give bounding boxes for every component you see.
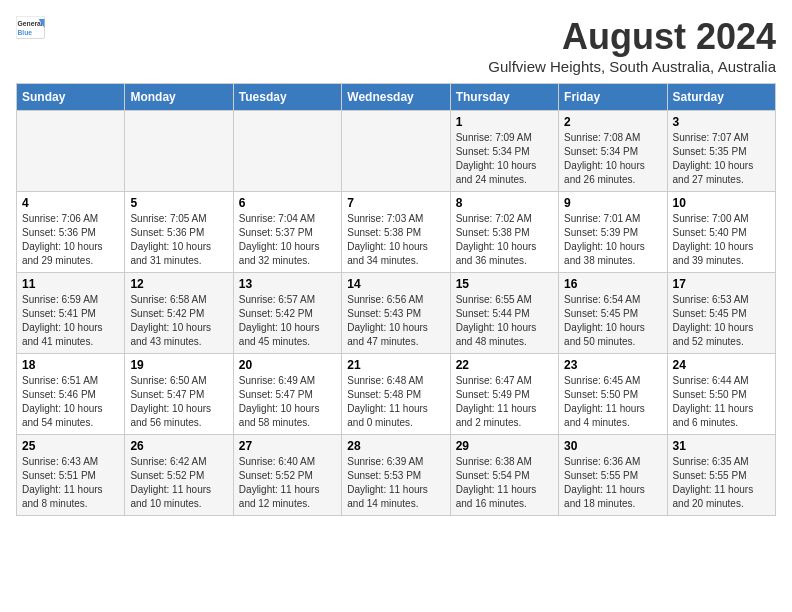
calendar-cell: 14Sunrise: 6:56 AM Sunset: 5:43 PM Dayli… [342,273,450,354]
day-number: 30 [564,439,661,453]
day-number: 15 [456,277,553,291]
day-info: Sunrise: 6:51 AM Sunset: 5:46 PM Dayligh… [22,374,119,430]
day-number: 27 [239,439,336,453]
day-info: Sunrise: 6:49 AM Sunset: 5:47 PM Dayligh… [239,374,336,430]
day-header-saturday: Saturday [667,84,775,111]
day-number: 26 [130,439,227,453]
day-info: Sunrise: 7:00 AM Sunset: 5:40 PM Dayligh… [673,212,770,268]
day-info: Sunrise: 7:06 AM Sunset: 5:36 PM Dayligh… [22,212,119,268]
day-number: 21 [347,358,444,372]
day-number: 2 [564,115,661,129]
day-info: Sunrise: 6:38 AM Sunset: 5:54 PM Dayligh… [456,455,553,511]
day-number: 8 [456,196,553,210]
day-number: 10 [673,196,770,210]
calendar-cell: 17Sunrise: 6:53 AM Sunset: 5:45 PM Dayli… [667,273,775,354]
day-header-friday: Friday [559,84,667,111]
calendar-cell: 20Sunrise: 6:49 AM Sunset: 5:47 PM Dayli… [233,354,341,435]
calendar-cell: 30Sunrise: 6:36 AM Sunset: 5:55 PM Dayli… [559,435,667,516]
calendar-week-1: 1Sunrise: 7:09 AM Sunset: 5:34 PM Daylig… [17,111,776,192]
day-info: Sunrise: 6:56 AM Sunset: 5:43 PM Dayligh… [347,293,444,349]
subtitle: Gulfview Heights, South Australia, Austr… [488,58,776,75]
day-info: Sunrise: 6:45 AM Sunset: 5:50 PM Dayligh… [564,374,661,430]
calendar-cell: 23Sunrise: 6:45 AM Sunset: 5:50 PM Dayli… [559,354,667,435]
day-info: Sunrise: 7:03 AM Sunset: 5:38 PM Dayligh… [347,212,444,268]
calendar-cell: 29Sunrise: 6:38 AM Sunset: 5:54 PM Dayli… [450,435,558,516]
svg-text:Blue: Blue [18,29,33,36]
calendar-cell: 8Sunrise: 7:02 AM Sunset: 5:38 PM Daylig… [450,192,558,273]
day-number: 7 [347,196,444,210]
calendar-cell: 13Sunrise: 6:57 AM Sunset: 5:42 PM Dayli… [233,273,341,354]
calendar-cell [233,111,341,192]
day-number: 1 [456,115,553,129]
day-number: 3 [673,115,770,129]
calendar-cell: 19Sunrise: 6:50 AM Sunset: 5:47 PM Dayli… [125,354,233,435]
day-number: 4 [22,196,119,210]
calendar-week-3: 11Sunrise: 6:59 AM Sunset: 5:41 PM Dayli… [17,273,776,354]
day-number: 19 [130,358,227,372]
calendar-cell: 31Sunrise: 6:35 AM Sunset: 5:55 PM Dayli… [667,435,775,516]
day-info: Sunrise: 6:53 AM Sunset: 5:45 PM Dayligh… [673,293,770,349]
day-number: 9 [564,196,661,210]
day-info: Sunrise: 6:59 AM Sunset: 5:41 PM Dayligh… [22,293,119,349]
calendar-cell: 5Sunrise: 7:05 AM Sunset: 5:36 PM Daylig… [125,192,233,273]
logo: General Blue [16,16,46,40]
day-number: 25 [22,439,119,453]
calendar-cell: 4Sunrise: 7:06 AM Sunset: 5:36 PM Daylig… [17,192,125,273]
calendar-cell: 9Sunrise: 7:01 AM Sunset: 5:39 PM Daylig… [559,192,667,273]
day-number: 18 [22,358,119,372]
calendar-table: SundayMondayTuesdayWednesdayThursdayFrid… [16,83,776,516]
page-header: General Blue August 2024 Gulfview Height… [16,16,776,75]
calendar-cell: 2Sunrise: 7:08 AM Sunset: 5:34 PM Daylig… [559,111,667,192]
day-info: Sunrise: 6:55 AM Sunset: 5:44 PM Dayligh… [456,293,553,349]
calendar-cell [125,111,233,192]
day-info: Sunrise: 7:02 AM Sunset: 5:38 PM Dayligh… [456,212,553,268]
day-number: 28 [347,439,444,453]
day-number: 5 [130,196,227,210]
calendar-cell: 24Sunrise: 6:44 AM Sunset: 5:50 PM Dayli… [667,354,775,435]
day-info: Sunrise: 6:50 AM Sunset: 5:47 PM Dayligh… [130,374,227,430]
logo-icon: General Blue [16,16,46,40]
day-header-tuesday: Tuesday [233,84,341,111]
calendar-cell: 15Sunrise: 6:55 AM Sunset: 5:44 PM Dayli… [450,273,558,354]
title-block: August 2024 Gulfview Heights, South Aust… [488,16,776,75]
calendar-cell: 1Sunrise: 7:09 AM Sunset: 5:34 PM Daylig… [450,111,558,192]
calendar-cell: 27Sunrise: 6:40 AM Sunset: 5:52 PM Dayli… [233,435,341,516]
day-number: 11 [22,277,119,291]
day-info: Sunrise: 7:04 AM Sunset: 5:37 PM Dayligh… [239,212,336,268]
day-number: 16 [564,277,661,291]
day-number: 31 [673,439,770,453]
day-info: Sunrise: 6:58 AM Sunset: 5:42 PM Dayligh… [130,293,227,349]
day-info: Sunrise: 7:01 AM Sunset: 5:39 PM Dayligh… [564,212,661,268]
day-number: 23 [564,358,661,372]
calendar-cell: 12Sunrise: 6:58 AM Sunset: 5:42 PM Dayli… [125,273,233,354]
calendar-week-5: 25Sunrise: 6:43 AM Sunset: 5:51 PM Dayli… [17,435,776,516]
day-info: Sunrise: 6:47 AM Sunset: 5:49 PM Dayligh… [456,374,553,430]
day-number: 13 [239,277,336,291]
day-info: Sunrise: 6:54 AM Sunset: 5:45 PM Dayligh… [564,293,661,349]
day-info: Sunrise: 6:48 AM Sunset: 5:48 PM Dayligh… [347,374,444,430]
day-number: 6 [239,196,336,210]
day-info: Sunrise: 6:40 AM Sunset: 5:52 PM Dayligh… [239,455,336,511]
day-header-thursday: Thursday [450,84,558,111]
day-info: Sunrise: 7:07 AM Sunset: 5:35 PM Dayligh… [673,131,770,187]
day-info: Sunrise: 6:35 AM Sunset: 5:55 PM Dayligh… [673,455,770,511]
day-info: Sunrise: 6:57 AM Sunset: 5:42 PM Dayligh… [239,293,336,349]
day-info: Sunrise: 6:43 AM Sunset: 5:51 PM Dayligh… [22,455,119,511]
calendar-cell: 25Sunrise: 6:43 AM Sunset: 5:51 PM Dayli… [17,435,125,516]
calendar-cell: 28Sunrise: 6:39 AM Sunset: 5:53 PM Dayli… [342,435,450,516]
day-number: 20 [239,358,336,372]
calendar-cell: 16Sunrise: 6:54 AM Sunset: 5:45 PM Dayli… [559,273,667,354]
calendar-cell: 11Sunrise: 6:59 AM Sunset: 5:41 PM Dayli… [17,273,125,354]
main-title: August 2024 [488,16,776,58]
day-info: Sunrise: 6:42 AM Sunset: 5:52 PM Dayligh… [130,455,227,511]
calendar-cell: 7Sunrise: 7:03 AM Sunset: 5:38 PM Daylig… [342,192,450,273]
calendar-week-4: 18Sunrise: 6:51 AM Sunset: 5:46 PM Dayli… [17,354,776,435]
day-number: 29 [456,439,553,453]
calendar-cell [17,111,125,192]
day-header-monday: Monday [125,84,233,111]
calendar-cell: 6Sunrise: 7:04 AM Sunset: 5:37 PM Daylig… [233,192,341,273]
day-info: Sunrise: 7:05 AM Sunset: 5:36 PM Dayligh… [130,212,227,268]
calendar-cell: 18Sunrise: 6:51 AM Sunset: 5:46 PM Dayli… [17,354,125,435]
calendar-cell: 10Sunrise: 7:00 AM Sunset: 5:40 PM Dayli… [667,192,775,273]
day-header-sunday: Sunday [17,84,125,111]
